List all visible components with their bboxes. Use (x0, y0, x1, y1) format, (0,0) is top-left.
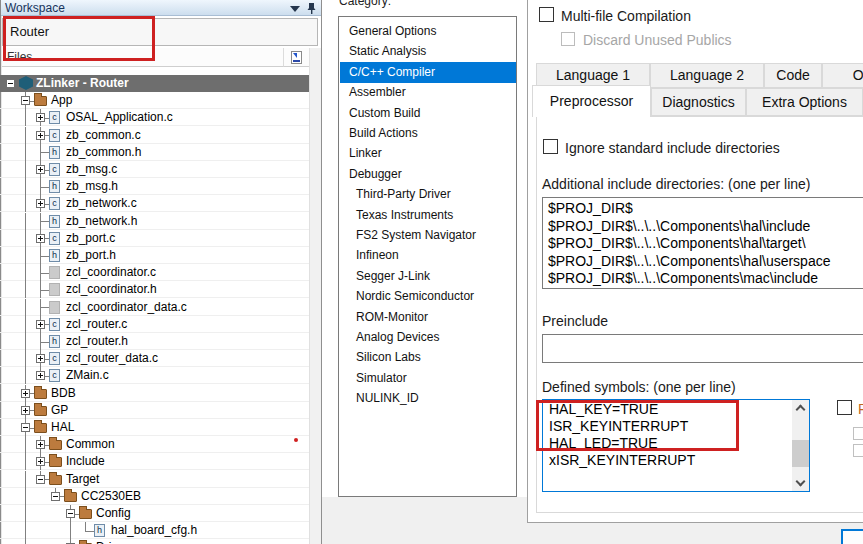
preprocessor-output-checkbox[interactable] (837, 400, 852, 415)
ok-button[interactable] (841, 529, 863, 544)
cfile-icon: c (49, 197, 60, 210)
category-item-third-party-driver[interactable]: Third-Party Driver (340, 184, 516, 205)
category-item-rom-monitor[interactable]: ROM-Monitor (340, 307, 516, 328)
tree-row-app[interactable]: App (0, 92, 309, 109)
tree-row-config[interactable]: Config (0, 505, 309, 522)
tree-row-zcl-router-c[interactable]: czcl_router.c (0, 316, 309, 333)
expand-icon[interactable] (36, 131, 45, 140)
tree-guide (70, 522, 71, 539)
tree-item-label: zcl_coordinator.c (66, 265, 156, 279)
expand-icon[interactable] (36, 457, 45, 466)
scrollbar-thumb[interactable] (792, 440, 809, 467)
expand-icon[interactable] (21, 389, 30, 398)
tree-row-target[interactable]: Target (0, 471, 309, 488)
category-item-texas-instruments[interactable]: Texas Instruments (340, 205, 516, 226)
expand-icon[interactable] (36, 440, 45, 449)
category-item-simulator[interactable]: Simulator (340, 368, 516, 389)
tree-row-cc2530eb[interactable]: CC2530EB (0, 488, 309, 505)
defined-symbols-scrollbar[interactable] (792, 400, 809, 491)
tree-row-zcl-coordinator-h[interactable]: zcl_coordinator.h (0, 281, 309, 298)
category-item-debugger[interactable]: Debugger (340, 164, 516, 185)
tab-extra-options[interactable]: Extra Options (746, 88, 863, 116)
folder-icon (79, 509, 92, 519)
tree-row-zb-port-h[interactable]: hzb_port.h (0, 247, 309, 264)
scroll-up-icon[interactable] (796, 405, 806, 415)
category-item-infineon[interactable]: Infineon (340, 245, 516, 266)
category-item-assembler[interactable]: Assembler (340, 82, 516, 103)
workspace-panel-title: Workspace (0, 0, 322, 16)
tree-row-zlinker-router[interactable]: ZLinker - Router (0, 75, 309, 92)
tree-row-drivers[interactable]: Drivers (0, 539, 309, 544)
hfile-icon: h (49, 146, 60, 159)
tab-op[interactable]: Op (822, 63, 863, 88)
category-item-fs2-system-navigator[interactable]: FS2 System Navigator (340, 225, 516, 246)
tree-row-zb-common-c[interactable]: czb_common.c (0, 127, 309, 144)
category-item-nordic-semiconductor[interactable]: Nordic Semiconductor (340, 286, 516, 307)
tree-row-zcl-router-data-c[interactable]: czcl_router_data.c (0, 350, 309, 367)
tree-guide (40, 342, 49, 343)
category-item-c-c-compiler[interactable]: C/C++ Compiler (340, 62, 516, 83)
tree-row-hal-board-cfg-h[interactable]: hhal_board_cfg.h (0, 522, 309, 539)
collapse-icon[interactable] (66, 509, 75, 518)
ignore-standard-include-checkbox[interactable] (543, 139, 558, 154)
scroll-down-icon[interactable] (796, 477, 806, 487)
expand-icon[interactable] (36, 165, 45, 174)
tree-row-zb-network-c[interactable]: czb_network.c (0, 195, 309, 212)
options-column-header[interactable] (283, 48, 309, 67)
expand-icon[interactable] (36, 199, 45, 208)
chevron-down-icon[interactable] (290, 6, 300, 12)
category-item-build-actions[interactable]: Build Actions (340, 123, 516, 144)
tree-row-zb-common-h[interactable]: hzb_common.h (0, 144, 309, 161)
collapse-icon[interactable] (51, 492, 60, 501)
grayfile-icon (49, 283, 60, 296)
expand-icon[interactable] (21, 406, 30, 415)
collapse-icon[interactable] (6, 79, 15, 88)
expand-icon[interactable] (36, 234, 45, 243)
category-list[interactable]: General OptionsStatic AnalysisC/C++ Comp… (338, 16, 517, 497)
expand-icon[interactable] (36, 320, 45, 329)
category-item-nulink-id[interactable]: NULINK_ID (340, 388, 516, 409)
category-item-general-options[interactable]: General Options (340, 21, 516, 42)
collapse-icon[interactable] (21, 423, 30, 432)
expand-icon[interactable] (36, 371, 45, 380)
tree-row-hal[interactable]: HAL (0, 419, 309, 436)
workspace-scrollbar[interactable] (309, 48, 321, 544)
tree-row-gp[interactable]: GP (0, 402, 309, 419)
category-item-linker[interactable]: Linker (340, 143, 516, 164)
preinclude-input[interactable] (542, 334, 863, 363)
project-file-tree[interactable]: ZLinker - RouterAppcOSAL_Application.ccz… (0, 67, 309, 544)
tree-row-bdb[interactable]: BDB (0, 385, 309, 402)
tab-code[interactable]: Code (764, 63, 822, 88)
cfile-icon: c (49, 352, 60, 365)
category-item-analog-devices[interactable]: Analog Devices (340, 327, 516, 348)
tree-row-include[interactable]: Include (0, 453, 309, 470)
additional-include-label: Additional include directories: (one per… (542, 176, 810, 192)
tree-row-zcl-coordinator-data-c[interactable]: zcl_coordinator_data.c (0, 299, 309, 316)
tree-row-zcl-coordinator-c[interactable]: zcl_coordinator.c (0, 264, 309, 281)
tree-row-zb-msg-h[interactable]: hzb_msg.h (0, 178, 309, 195)
pin-icon[interactable] (306, 2, 318, 15)
tab-language-2[interactable]: Language 2 (650, 63, 764, 88)
expand-icon[interactable] (36, 113, 45, 122)
multi-file-compilation-checkbox[interactable] (539, 7, 554, 22)
tab-preprocessor[interactable]: Preprocessor (532, 85, 651, 117)
tree-row-zmain-c[interactable]: cZMain.c (0, 367, 309, 384)
tab-diagnostics[interactable]: Diagnostics (651, 88, 746, 116)
tree-row-zb-port-c[interactable]: czb_port.c (0, 230, 309, 247)
category-item-custom-build[interactable]: Custom Build (340, 103, 516, 124)
tree-guide (40, 152, 49, 153)
tree-row-osal-application-c[interactable]: cOSAL_Application.c (0, 109, 309, 126)
tree-row-zb-network-h[interactable]: hzb_network.h (0, 213, 309, 230)
collapse-icon[interactable] (36, 475, 45, 484)
include-directories-input[interactable]: $PROJ_DIR$ $PROJ_DIR$\..\..\Components\h… (542, 197, 863, 289)
tree-row-zb-msg-c[interactable]: czb_msg.c (0, 161, 309, 178)
category-item-segger-j-link[interactable]: Segger J-Link (340, 266, 516, 287)
expand-icon[interactable] (36, 354, 45, 363)
cfile-icon: c (49, 163, 60, 176)
collapse-icon[interactable] (21, 96, 30, 105)
category-item-static-analysis[interactable]: Static Analysis (340, 41, 516, 62)
folder-icon (64, 492, 77, 502)
tree-row-zcl-router-h[interactable]: hzcl_router.h (0, 333, 309, 350)
category-item-silicon-labs[interactable]: Silicon Labs (340, 347, 516, 368)
tree-row-common[interactable]: Common (0, 436, 309, 453)
